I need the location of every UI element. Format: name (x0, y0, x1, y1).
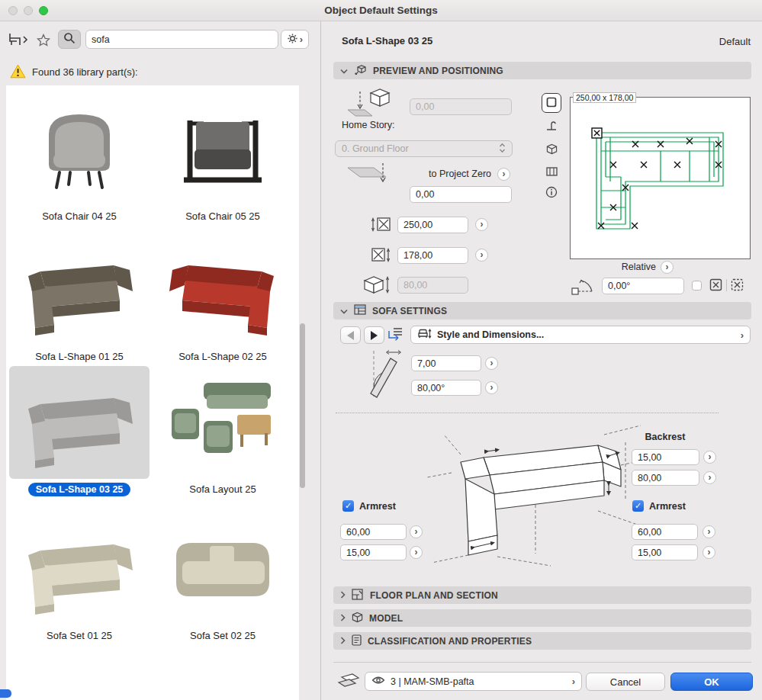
backrest-thickness-input[interactable] (632, 449, 699, 465)
warning-icon (10, 64, 26, 81)
view-3d-button[interactable] (542, 140, 561, 160)
armrest-left-width-options-button[interactable] (410, 525, 423, 538)
depth-input[interactable] (397, 247, 468, 264)
classification-list-icon (352, 634, 362, 648)
home-story-label: Home Story: (342, 120, 394, 130)
armrest-left-height-input[interactable] (340, 544, 407, 560)
library-item[interactable]: Sofa Set 02 25 (153, 512, 293, 642)
info-button[interactable] (542, 183, 561, 203)
updown-chevrons-icon (499, 143, 506, 156)
sofa-thumbnail (153, 233, 293, 346)
section-floor-plan-and-section[interactable]: FLOOR PLAN AND SECTION (333, 586, 751, 604)
library-item[interactable]: Sofa Chair 04 25 (9, 93, 150, 223)
width-input[interactable] (397, 217, 468, 233)
chevron-right-icon (300, 34, 303, 45)
search-settings-button[interactable] (281, 30, 309, 49)
seat-thickness-input[interactable] (411, 355, 481, 371)
elevation-input[interactable] (410, 186, 512, 203)
library-item[interactable]: Sofa Layout 25 (153, 366, 293, 496)
section-view-icon (545, 120, 558, 134)
section-sofa-settings[interactable]: SOFA SETTINGS (333, 302, 751, 319)
library-item-label: Sofa Chair 04 25 (9, 210, 150, 223)
section-preview-positioning[interactable]: PREVIEW AND POSITIONING (333, 62, 751, 79)
armrest-left-label: Armrest (359, 501, 396, 512)
rotation-icon (571, 276, 596, 298)
width-icon (371, 216, 391, 236)
backrest-angle-options-button[interactable] (485, 381, 498, 394)
triangle-right-icon (371, 331, 378, 340)
layer-selector[interactable]: 3 | MAM-SMB-pafta (365, 672, 582, 691)
object-2d-preview[interactable] (570, 97, 751, 259)
rotation-angle-input[interactable] (602, 278, 684, 294)
default-label: Default (690, 36, 751, 47)
depth-options-button[interactable] (475, 249, 488, 262)
seat-thickness-options-button[interactable] (485, 357, 498, 370)
library-item[interactable]: Sofa L-Shape 02 25 (153, 233, 293, 363)
sofa-thumbnail (9, 512, 150, 625)
height-input[interactable] (397, 277, 468, 294)
view-elevation-button[interactable] (542, 162, 561, 182)
height-icon (362, 275, 391, 297)
width-options-button[interactable] (475, 218, 488, 231)
backrest-height-options-button[interactable] (703, 471, 716, 484)
previous-page-button[interactable] (340, 326, 361, 344)
section-classification-properties[interactable]: CLASSIFICATION AND PROPERTIES (333, 632, 751, 650)
story-offset-input[interactable] (410, 98, 512, 115)
sofa-thumbnail (153, 366, 293, 479)
transfer-settings-icon[interactable] (387, 327, 404, 344)
armrest-right-height-options-button[interactable] (703, 546, 715, 559)
cancel-button[interactable]: Cancel (586, 673, 665, 691)
library-item[interactable]: Sofa L-Shape 01 25 (9, 233, 150, 363)
view-floor-plan-button[interactable] (542, 93, 561, 113)
library-item-selected[interactable]: Sofa L-Shape 03 25 (9, 366, 150, 496)
settings-page-selector[interactable]: Style and Dimensions... (410, 326, 751, 344)
backrest-height-input[interactable] (632, 470, 699, 486)
backrest-thickness-options-button[interactable] (703, 451, 716, 464)
next-page-button[interactable] (364, 326, 384, 344)
project-zero-icon (343, 162, 391, 187)
library-item[interactable]: Sofa Chair 05 25 (153, 93, 293, 223)
x-box-icon[interactable] (709, 278, 722, 294)
mirror-checkbox[interactable] (692, 281, 702, 291)
gear-icon (287, 33, 298, 47)
library-list-scrollbar[interactable] (300, 323, 305, 488)
info-icon (545, 186, 558, 201)
home-story-dropdown[interactable]: 0. Ground Floor (335, 140, 513, 157)
armrest-right-checkbox[interactable] (632, 500, 644, 512)
chevron-right-icon (572, 676, 575, 687)
armrest-left-height-options-button[interactable] (410, 546, 423, 559)
library-item[interactable]: Sofa Set 01 25 (9, 512, 150, 642)
ok-button[interactable]: OK (670, 673, 753, 691)
depth-icon (371, 246, 391, 266)
view-section-button[interactable] (542, 117, 561, 136)
search-input[interactable] (85, 30, 278, 49)
to-project-zero-button[interactable] (497, 168, 510, 181)
favorites-star-icon[interactable] (37, 34, 50, 50)
divider (726, 279, 727, 291)
armrest-right-height-input[interactable] (632, 544, 698, 560)
relative-options-button[interactable] (661, 261, 674, 274)
eye-icon (371, 676, 385, 687)
window-title: Object Default Settings (0, 5, 762, 16)
chevron-right-icon (340, 635, 346, 647)
cube-3d-icon (546, 143, 558, 157)
armrest-left-checkbox[interactable] (342, 500, 354, 512)
x-box-dashed-icon[interactable] (731, 278, 744, 294)
story-offset-icon (345, 87, 392, 121)
style-dimensions-icon (417, 328, 432, 342)
search-mode-button[interactable] (58, 30, 81, 49)
divider (336, 413, 719, 413)
armrest-right-width-input[interactable] (632, 524, 698, 540)
armrest-right-label: Armrest (649, 501, 686, 512)
sofa-thumbnail (9, 366, 150, 479)
armrest-right-width-options-button[interactable] (703, 525, 715, 538)
elevation-view-icon (546, 166, 558, 179)
library-browser-icon[interactable] (8, 32, 29, 50)
backrest-angle-input[interactable] (411, 380, 481, 396)
preview-size-label: 250,00 x 178,00 (573, 92, 636, 103)
scroll-indicator (0, 689, 11, 698)
section-model[interactable]: MODEL (333, 609, 751, 627)
search-results-count: Found 36 library part(s): (32, 66, 138, 78)
floor-plan-section-icon (352, 589, 364, 602)
armrest-left-width-input[interactable] (340, 524, 407, 540)
